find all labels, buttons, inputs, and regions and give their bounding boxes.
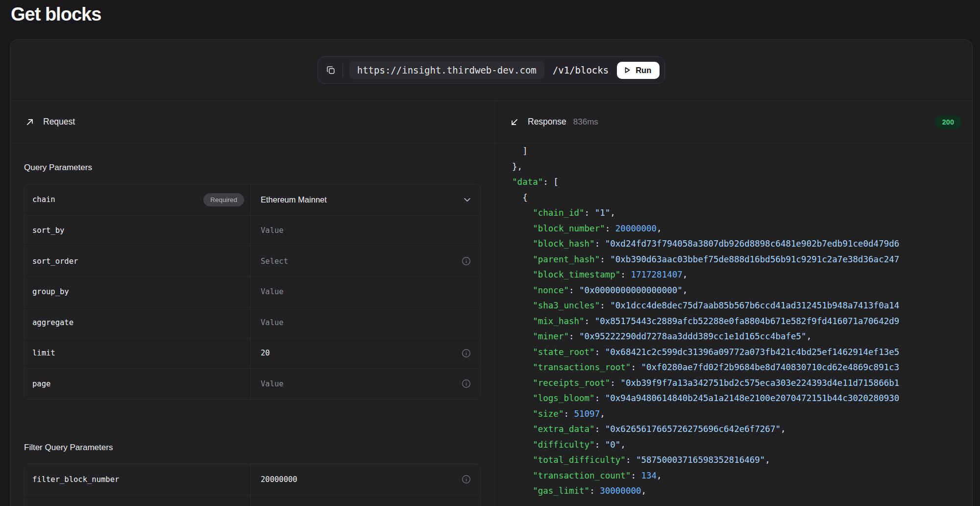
param-value-group_by[interactable]: Value [251, 277, 480, 307]
copy-icon [325, 65, 336, 76]
code-line: "state_root": "0x68421c2c599dc31396a0977… [502, 345, 972, 360]
base-url-field[interactable]: https://insight.thirdweb-dev.com [349, 61, 544, 79]
param-value-sort_order[interactable]: Select [251, 246, 480, 277]
response-header: Response 836ms 200 [495, 101, 972, 143]
run-button[interactable]: Run [617, 62, 660, 79]
section-heading-query-parameters: Query Parameters [24, 163, 481, 173]
copy-url-button[interactable] [325, 65, 336, 76]
response-duration: 836ms [573, 117, 598, 127]
code-line: "parent_hash": "0xb390d63aac03bbef75de88… [502, 252, 972, 268]
info-icon[interactable] [462, 349, 471, 358]
param-key-cell: limit [24, 338, 251, 369]
code-line: ] [502, 144, 972, 159]
filter-query-parameters-table: filter_block_number20000000filter_block_… [24, 464, 481, 506]
code-line: }, [502, 159, 972, 175]
param-name: group_by [32, 287, 69, 296]
code-line: "logs_bloom": "0x94a9480614840b245a1a214… [502, 391, 972, 406]
request-title: Request [43, 117, 75, 127]
param-value-text: Ethereum Mainnet [261, 195, 327, 204]
url-divider [343, 63, 343, 77]
info-icon[interactable] [462, 256, 471, 266]
param-value-aggregate[interactable]: Value [251, 307, 480, 338]
param-value-text: Value [261, 226, 284, 235]
code-line: "chain_id": "1", [502, 205, 972, 221]
param-name: filter_block_number [32, 475, 119, 484]
param-row-page: pageValue [24, 368, 480, 399]
code-line: "transaction_count": 134, [502, 468, 972, 484]
param-key-cell: aggregate [24, 307, 251, 338]
response-json: ] }, "data": [ { "chain_id": "1", "block… [495, 143, 972, 499]
param-key-cell: sort_order [24, 246, 251, 277]
param-value-page[interactable]: Value [251, 369, 480, 399]
param-row-group_by: group_byValue [24, 277, 480, 307]
param-name: chain [32, 195, 55, 204]
param-value-text: Value [261, 318, 284, 327]
param-name: sort_order [32, 257, 78, 266]
param-row-sort_order: sort_orderSelect [24, 246, 480, 277]
param-key-cell: filter_block_number [24, 464, 251, 495]
param-key-cell: group_by [24, 277, 251, 307]
arrow-up-right-icon [25, 117, 35, 127]
param-value-chain[interactable]: Ethereum Mainnet [251, 184, 480, 215]
code-line: "nonce": "0x0000000000000000", [502, 283, 972, 299]
required-badge: Required [203, 193, 244, 206]
info-icon[interactable] [462, 475, 471, 484]
code-line: "sha3_uncles": "0x1dcc4de8dec75d7aab85b5… [502, 298, 972, 314]
request-panel: Request Query Parameters chainRequiredEt… [10, 101, 494, 506]
code-line: "block_number": 20000000, [502, 221, 972, 237]
param-row-filter_block_timestamp: filter_block_timestampValue [24, 495, 480, 506]
code-line: "block_timestamp": 1717281407, [502, 267, 972, 283]
param-key-cell: chainRequired [24, 184, 251, 215]
code-line: "difficulty": "0", [502, 437, 972, 453]
param-row-aggregate: aggregateValue [24, 307, 480, 338]
run-button-label: Run [636, 66, 651, 75]
play-icon [623, 66, 631, 74]
param-value-text: Value [261, 380, 284, 388]
param-value-sort_by[interactable]: Value [251, 216, 480, 246]
arrow-down-left-icon [510, 117, 519, 127]
param-key-cell: page [24, 369, 251, 399]
code-line: "total_difficulty": "5875000371659835281… [502, 453, 972, 468]
code-line: "size": 51097, [502, 406, 972, 422]
url-section: https://insight.thirdweb-dev.com /v1/blo… [10, 40, 972, 101]
param-value-text: Select [261, 257, 288, 266]
param-row-limit: limit20 [24, 338, 480, 369]
param-value-text: Value [261, 287, 284, 296]
code-line: "transactions_root": "0xf0280ae7fd02f2b9… [502, 360, 972, 376]
playground-card: https://insight.thirdweb-dev.com /v1/blo… [10, 39, 973, 506]
response-panel: Response 836ms 200 ] }, "data": [ { "cha… [494, 101, 972, 506]
request-body: Query Parameters chainRequiredEthereum M… [10, 143, 494, 506]
response-title: Response [528, 117, 566, 127]
param-key-cell: sort_by [24, 216, 251, 246]
code-line: "block_hash": "0xd24fd73f794058a3807db92… [502, 236, 972, 252]
param-name: limit [32, 349, 55, 357]
code-line: { [502, 190, 972, 206]
code-line: "receipts_root": "0xb39f9f7a13a342751bd2… [502, 376, 972, 391]
param-row-sort_by: sort_byValue [24, 215, 480, 246]
param-name: page [32, 380, 50, 388]
api-playground-page: { "page": { "title": "Get blocks" }, "co… [0, 0, 980, 506]
query-parameters-table: chainRequiredEthereum Mainnetsort_byValu… [24, 184, 481, 400]
param-name: sort_by [32, 226, 64, 235]
param-row-filter_block_number: filter_block_number20000000 [24, 464, 480, 495]
param-row-chain: chainRequiredEthereum Mainnet [24, 184, 480, 215]
code-line: "mix_hash": "0x85175443c2889afcb52288e0f… [502, 314, 972, 329]
request-header: Request [10, 101, 494, 143]
endpoint-path: /v1/blocks [553, 65, 609, 76]
param-value-text: 20 [261, 349, 270, 357]
param-name: aggregate [32, 318, 74, 327]
section-heading-filter-query-parameters: Filter Query Parameters [24, 443, 481, 453]
param-value-text: 20000000 [261, 475, 297, 484]
info-icon[interactable] [462, 379, 471, 388]
code-line: "gas_limit": 30000000, [502, 483, 972, 499]
response-code-area[interactable]: ] }, "data": [ { "chain_id": "1", "block… [495, 143, 972, 506]
param-value-filter_block_number[interactable]: 20000000 [251, 464, 480, 495]
url-bar: https://insight.thirdweb-dev.com /v1/blo… [318, 56, 665, 84]
chevron-down-icon [464, 196, 471, 203]
param-value-limit[interactable]: 20 [251, 338, 480, 369]
param-value-filter_block_timestamp[interactable]: Value [251, 495, 480, 506]
page-title: Get blocks [11, 4, 101, 25]
code-line: "miner": "0x95222290dd7278aa3ddd389cc1e1… [502, 329, 972, 345]
code-line: "data": [ [502, 175, 972, 190]
status-badge: 200 [935, 115, 961, 129]
